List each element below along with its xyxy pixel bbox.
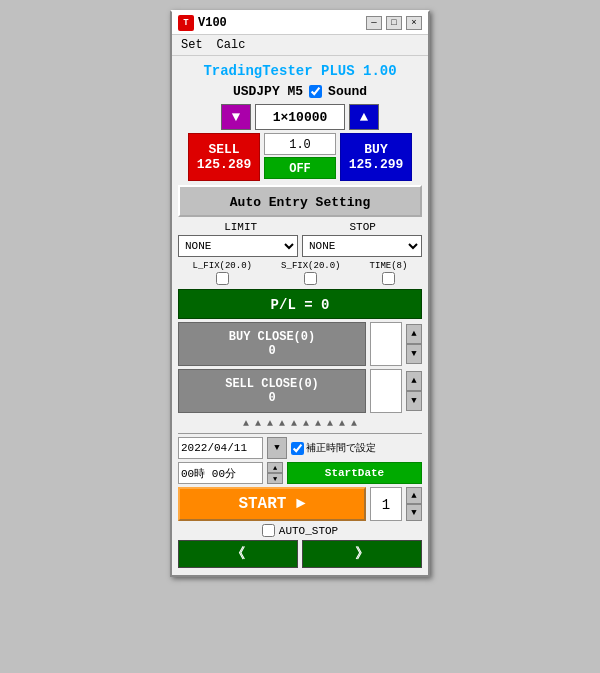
nav-right-button[interactable]: 》	[302, 540, 422, 568]
title-left: T V100	[178, 15, 227, 31]
trade-row: SELL 125.289 1.0 OFF BUY 125.299	[178, 133, 422, 181]
buy-close-button[interactable]: BUY CLOSE(0) 0	[178, 322, 366, 366]
buy-close-up-arrow[interactable]: ▲	[406, 324, 422, 344]
minimize-button[interactable]: —	[366, 16, 382, 30]
sell-button[interactable]: SELL 125.289	[188, 133, 260, 181]
close-button[interactable]: ×	[406, 16, 422, 30]
maximize-button[interactable]: □	[386, 16, 402, 30]
time-down-button[interactable]: ▼	[267, 473, 283, 484]
start-button[interactable]: START ►	[178, 487, 366, 521]
start-num-value: 1	[370, 487, 402, 521]
close-section: BUY CLOSE(0) 0 ▲ ▼ SELL CLOSE(0) 0 ▲ ▼	[178, 322, 422, 413]
lot-row: ▼ 1×10000 ▲	[178, 104, 422, 130]
nav-row: 《 》	[178, 540, 422, 568]
sell-price: 125.289	[197, 157, 252, 172]
arrows-indicator-row: ▲ ▲ ▲ ▲ ▲ ▲ ▲ ▲ ▲ ▲	[178, 416, 422, 431]
sell-close-arrows: ▲ ▼	[406, 371, 422, 411]
time-label: TIME(8)	[370, 261, 408, 271]
window-title: V100	[198, 16, 227, 30]
time-row: ▲ ▼ StartDate	[178, 462, 422, 484]
s-fix-checkbox-item: S_FIX(20.0)	[281, 261, 340, 285]
limit-dropdown[interactable]: NONE L_FIX S_FIX TIME	[178, 235, 298, 257]
title-controls: — □ ×	[366, 16, 422, 30]
symbol-label: USDJPY M5	[233, 84, 303, 99]
title-bar: T V100 — □ ×	[172, 12, 428, 35]
s-fix-checkbox[interactable]	[304, 272, 317, 285]
app-icon: T	[178, 15, 194, 31]
l-fix-checkbox[interactable]	[216, 272, 229, 285]
start-date-button[interactable]: StartDate	[287, 462, 422, 484]
buy-label: BUY	[364, 142, 387, 157]
date-input[interactable]	[178, 437, 263, 459]
menu-bar: Set Calc	[172, 35, 428, 56]
hosei-label: 補正時間で設定	[306, 441, 376, 455]
nav-left-button[interactable]: 《	[178, 540, 298, 568]
time-checkbox-item: TIME(8)	[370, 261, 408, 285]
start-row: START ► 1 ▲ ▼	[178, 487, 422, 521]
checkbox-row: L_FIX(20.0) S_FIX(20.0) TIME(8)	[178, 261, 422, 285]
l-fix-checkbox-item: L_FIX(20.0)	[193, 261, 252, 285]
l-fix-label: L_FIX(20.0)	[193, 261, 252, 271]
buy-close-arrows: ▲ ▼	[406, 324, 422, 364]
sell-close-input[interactable]	[370, 369, 402, 413]
menu-calc[interactable]: Calc	[214, 37, 249, 53]
auto-stop-row: AUTO_STOP	[178, 524, 422, 537]
time-up-button[interactable]: ▲	[267, 462, 283, 473]
buy-close-input[interactable]	[370, 322, 402, 366]
auto-stop-checkbox[interactable]	[262, 524, 275, 537]
pl-display: P/L = 0	[178, 289, 422, 319]
middle-col: 1.0 OFF	[264, 133, 336, 181]
auto-entry-button[interactable]: Auto Entry Setting	[178, 185, 422, 217]
date-dropdown-button[interactable]: ▼	[267, 437, 287, 459]
sell-close-label: SELL CLOSE(0)	[225, 377, 319, 391]
app-title: TradingTester PLUS 1.00	[178, 60, 422, 82]
dropdown-row: NONE L_FIX S_FIX TIME NONE L_FIX S_FIX T…	[178, 235, 422, 257]
limit-label: LIMIT	[224, 221, 257, 233]
sound-checkbox[interactable]	[309, 85, 322, 98]
divider-1	[178, 433, 422, 434]
main-window: T V100 — □ × Set Calc TradingTester PLUS…	[170, 10, 430, 577]
sell-close-up-arrow[interactable]: ▲	[406, 371, 422, 391]
lot-increase-button[interactable]: ▲	[349, 104, 379, 130]
buy-price: 125.299	[349, 157, 404, 172]
lot-value: 1×10000	[255, 104, 345, 130]
spread-value: 1.0	[264, 133, 336, 155]
time-checkbox[interactable]	[382, 272, 395, 285]
buy-close-down-arrow[interactable]: ▼	[406, 344, 422, 364]
time-input[interactable]	[178, 462, 263, 484]
stop-label: STOP	[349, 221, 375, 233]
buy-close-label: BUY CLOSE(0)	[229, 330, 315, 344]
sell-close-button[interactable]: SELL CLOSE(0) 0	[178, 369, 366, 413]
buy-close-row: BUY CLOSE(0) 0 ▲ ▼	[178, 322, 422, 366]
auto-stop-label: AUTO_STOP	[279, 525, 338, 537]
sell-close-down-arrow[interactable]: ▼	[406, 391, 422, 411]
lot-decrease-button[interactable]: ▼	[221, 104, 251, 130]
off-button[interactable]: OFF	[264, 157, 336, 179]
start-num-down[interactable]: ▼	[406, 504, 422, 521]
sell-label: SELL	[208, 142, 239, 157]
start-num-area: 1	[370, 487, 402, 521]
sell-close-val: 0	[268, 391, 275, 405]
hosei-checkbox[interactable]	[291, 442, 304, 455]
s-fix-label: S_FIX(20.0)	[281, 261, 340, 271]
buy-button[interactable]: BUY 125.299	[340, 133, 412, 181]
content-area: TradingTester PLUS 1.00 USDJPY M5 Sound …	[172, 56, 428, 575]
sell-close-row: SELL CLOSE(0) 0 ▲ ▼	[178, 369, 422, 413]
symbol-row: USDJPY M5 Sound	[178, 82, 422, 101]
limit-stop-labels: LIMIT STOP	[178, 221, 422, 233]
date-row: ▼ 補正時間で設定	[178, 437, 422, 459]
start-num-up[interactable]: ▲	[406, 487, 422, 504]
buy-close-val: 0	[268, 344, 275, 358]
menu-set[interactable]: Set	[178, 37, 206, 53]
stop-dropdown[interactable]: NONE L_FIX S_FIX TIME	[302, 235, 422, 257]
sound-label: Sound	[328, 84, 367, 99]
hosei-label-row: 補正時間で設定	[291, 441, 376, 455]
